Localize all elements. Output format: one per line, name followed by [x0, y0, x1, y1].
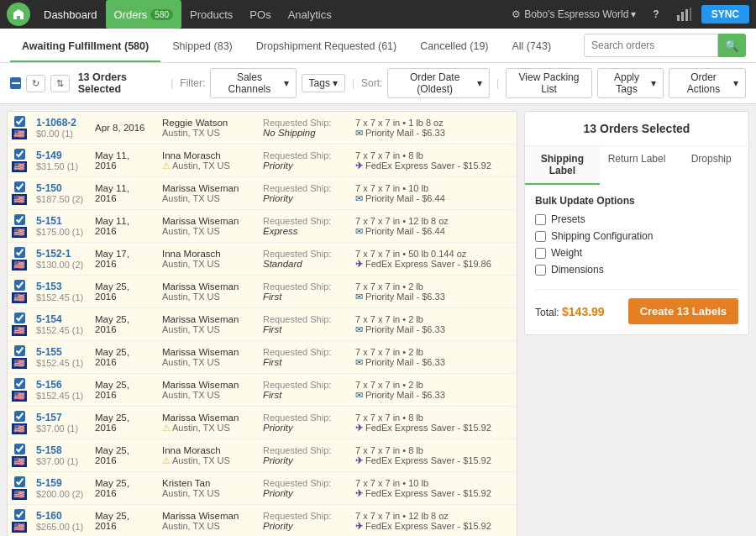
- sync-button[interactable]: SYNC: [701, 5, 749, 24]
- row-checkbox-cell[interactable]: 🇺🇸: [8, 374, 31, 406]
- nav-orders[interactable]: Orders 580: [106, 0, 181, 29]
- row-checkbox-cell[interactable]: 🇺🇸: [8, 210, 31, 242]
- order-id[interactable]: 5-155: [36, 346, 85, 358]
- row-checkbox[interactable]: [14, 280, 25, 291]
- order-id[interactable]: 5-151: [36, 215, 85, 227]
- orders-toolbar: ↻ ⇅ 13 Orders Selected | Filter: Sales C…: [0, 63, 756, 104]
- table-row[interactable]: 🇺🇸 1-1068-2 $0.00 (1) Apr 8, 2016 Reggie…: [8, 112, 517, 145]
- weight-checkbox[interactable]: [535, 248, 546, 259]
- row-checkbox[interactable]: [14, 214, 25, 225]
- table-row[interactable]: 🇺🇸 5-158 $37.00 (1) May 25, 2016 Inna Mo…: [8, 439, 517, 472]
- tab-cancelled[interactable]: Cancelled (19): [408, 32, 500, 62]
- tab-shipped[interactable]: Shipped (83): [160, 32, 244, 62]
- nav-pos[interactable]: POs: [241, 0, 279, 29]
- table-row[interactable]: 🇺🇸 5-159 $200.00 (2) May 25, 2016 Kriste…: [8, 472, 517, 505]
- row-checkbox-cell[interactable]: 🇺🇸: [8, 308, 31, 340]
- row-checkbox[interactable]: [14, 378, 25, 389]
- order-id[interactable]: 5-150: [36, 182, 85, 194]
- row-checkbox[interactable]: [14, 476, 25, 487]
- row-checkbox-cell[interactable]: 🇺🇸: [8, 145, 31, 176]
- row-checkbox[interactable]: [14, 116, 25, 127]
- table-row[interactable]: 🇺🇸 5-154 $152.45 (1) May 25, 2016 Mariss…: [8, 308, 517, 341]
- order-id[interactable]: 5-156: [36, 379, 85, 391]
- row-checkbox-cell[interactable]: 🇺🇸: [8, 276, 31, 307]
- table-row[interactable]: 🇺🇸 5-153 $152.45 (1) May 25, 2016 Mariss…: [8, 276, 517, 308]
- panel-tab-dropship[interactable]: Dropship: [674, 146, 748, 185]
- sort-icon-button[interactable]: ⇅: [50, 75, 70, 92]
- row-checkbox-cell[interactable]: 🇺🇸: [8, 472, 31, 504]
- order-id[interactable]: 5-154: [36, 313, 85, 325]
- row-checkbox[interactable]: [14, 247, 25, 258]
- table-row[interactable]: 🇺🇸 5-155 $152.45 (1) May 25, 2016 Mariss…: [8, 341, 517, 374]
- table-row[interactable]: 🇺🇸 5-149 $31.50 (1) May 11, 2016 Inna Mo…: [8, 145, 517, 177]
- search-button[interactable]: 🔍: [718, 34, 746, 57]
- customer-cell: Marissa Wiseman Austin, TX US: [157, 276, 258, 307]
- table-row[interactable]: 🇺🇸 5-160 $265.00 (1) May 25, 2016 Mariss…: [8, 505, 517, 536]
- row-checkbox-cell[interactable]: 🇺🇸: [8, 243, 31, 275]
- table-row[interactable]: 🇺🇸 5-156 $152.45 (1) May 25, 2016 Mariss…: [8, 374, 517, 407]
- create-labels-button[interactable]: Create 13 Labels: [628, 298, 738, 324]
- panel-tab-return[interactable]: Return Label: [600, 146, 675, 185]
- tab-all[interactable]: All (743): [501, 32, 564, 62]
- order-id[interactable]: 5-160: [36, 510, 85, 522]
- table-row[interactable]: 🇺🇸 5-151 $175.00 (1) May 11, 2016 Mariss…: [8, 210, 517, 243]
- tab-dropship[interactable]: Dropshipment Requested (61): [244, 32, 408, 62]
- row-checkbox[interactable]: [14, 345, 25, 356]
- nav-dashboard[interactable]: Dashboard: [35, 0, 106, 29]
- order-id[interactable]: 5-157: [36, 412, 85, 423]
- settings-menu[interactable]: ⚙ Bobo's Espresso World ▾: [505, 0, 643, 29]
- row-checkbox-cell[interactable]: 🇺🇸: [8, 505, 31, 536]
- table-row[interactable]: 🇺🇸 5-157 $37.00 (1) May 25, 2016 Marissa…: [8, 407, 517, 439]
- analytics-icon[interactable]: [669, 0, 698, 29]
- ship-label: Requested Ship:: [263, 281, 345, 292]
- row-checkbox-cell[interactable]: 🇺🇸: [8, 439, 31, 471]
- search-input[interactable]: [584, 34, 718, 57]
- table-row[interactable]: 🇺🇸 5-152-1 $130.00 (2) May 17, 2016 Inna…: [8, 243, 517, 276]
- details-cell: 7 x 7 x 7 in • 8 lb ✈ FedEx Express Save…: [350, 145, 517, 176]
- order-actions-btn[interactable]: Order Actions ▾: [669, 68, 746, 98]
- order-date-cell: May 25, 2016: [90, 472, 157, 504]
- row-checkbox-cell[interactable]: 🇺🇸: [8, 341, 31, 373]
- row-checkbox-cell[interactable]: 🇺🇸: [8, 407, 31, 439]
- sort-dropdown[interactable]: Order Date (Oldest) ▾: [387, 68, 490, 98]
- refresh-button[interactable]: ↻: [26, 75, 45, 92]
- order-id[interactable]: 5-159: [36, 477, 85, 489]
- row-checkbox[interactable]: [14, 181, 25, 192]
- order-date: May 25, 2016: [95, 413, 152, 433]
- order-id[interactable]: 5-153: [36, 281, 85, 292]
- ship-method: First: [263, 390, 345, 400]
- row-checkbox-cell[interactable]: 🇺🇸: [8, 112, 31, 144]
- order-id[interactable]: 5-152-1: [36, 248, 85, 260]
- order-id[interactable]: 1-1068-2: [36, 117, 85, 129]
- filter-label: Filter:: [180, 77, 205, 89]
- select-all-checkbox[interactable]: [10, 77, 21, 89]
- row-checkbox[interactable]: [14, 509, 25, 520]
- view-packing-btn[interactable]: View Packing List: [506, 68, 592, 98]
- nav-analytics[interactable]: Analytics: [280, 0, 340, 29]
- customer-location: Austin, TX US: [162, 128, 253, 138]
- help-button[interactable]: ?: [646, 0, 665, 29]
- tab-awaiting[interactable]: Awaiting Fulfillment (580): [10, 32, 160, 62]
- bulk-option-weight: Weight: [535, 247, 738, 259]
- row-checkbox[interactable]: [14, 149, 25, 160]
- carrier-info: ✉ Priority Mail - $6.33: [355, 324, 512, 335]
- dimensions-checkbox[interactable]: [535, 265, 546, 276]
- customer-name: Marissa Wiseman: [162, 511, 253, 521]
- apply-tags-btn[interactable]: Apply Tags ▾: [597, 68, 664, 98]
- ship-method: Priority: [263, 423, 345, 433]
- order-id[interactable]: 5-158: [36, 444, 85, 456]
- order-date-cell: May 11, 2016: [90, 210, 157, 242]
- nav-products[interactable]: Products: [181, 0, 241, 29]
- customer-name: Inna Morasch: [162, 445, 253, 455]
- row-checkbox[interactable]: [14, 411, 25, 422]
- tags-filter[interactable]: Tags ▾: [302, 74, 345, 92]
- row-checkbox[interactable]: [14, 313, 25, 323]
- table-row[interactable]: 🇺🇸 5-150 $187.50 (2) May 11, 2016 Mariss…: [8, 177, 517, 210]
- row-checkbox[interactable]: [14, 444, 25, 455]
- sales-channels-filter[interactable]: Sales Channels ▾: [210, 68, 296, 98]
- panel-tab-shipping[interactable]: Shipping Label: [525, 146, 600, 185]
- row-checkbox-cell[interactable]: 🇺🇸: [8, 177, 31, 209]
- shipping-config-checkbox[interactable]: [535, 231, 546, 242]
- presets-checkbox[interactable]: [535, 214, 546, 225]
- order-id[interactable]: 5-149: [36, 150, 85, 161]
